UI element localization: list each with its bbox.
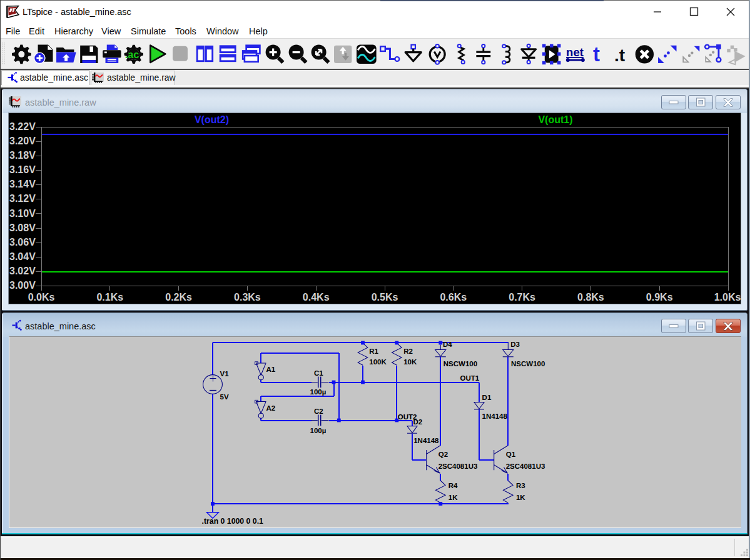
- svg-text:.t: .t: [614, 45, 626, 65]
- svg-text:3.18V: 3.18V: [9, 150, 36, 161]
- svg-text:Q1: Q1: [506, 451, 516, 458]
- svg-text:2SC4081U3: 2SC4081U3: [438, 462, 478, 470]
- svg-text:0.1Ks: 0.1Ks: [96, 292, 123, 302]
- svg-text:1K: 1K: [516, 494, 525, 501]
- svg-text:V1: V1: [220, 370, 230, 378]
- svg-text:3.16V: 3.16V: [9, 164, 36, 175]
- svg-text:D4: D4: [443, 341, 452, 348]
- svg-text:R1: R1: [369, 348, 378, 355]
- svg-text:A2: A2: [266, 404, 276, 412]
- svg-text:NSCW100: NSCW100: [511, 360, 545, 368]
- svg-text:R2: R2: [403, 348, 413, 355]
- svg-text:OUT2: OUT2: [398, 413, 417, 421]
- svg-text:A1: A1: [266, 366, 276, 373]
- svg-text:100µ: 100µ: [310, 427, 327, 434]
- svg-text:3.12V: 3.12V: [9, 193, 36, 204]
- svg-text:3.00V: 3.00V: [9, 280, 36, 291]
- svg-text:D1: D1: [482, 394, 492, 401]
- svg-text:3.22V: 3.22V: [9, 121, 36, 132]
- svg-text:t: t: [593, 42, 600, 66]
- svg-text:V(out2): V(out2): [195, 114, 229, 125]
- svg-text:5V: 5V: [220, 393, 229, 401]
- svg-text:10K: 10K: [403, 358, 417, 366]
- svg-text:0.3Ks: 0.3Ks: [234, 292, 261, 302]
- svg-text:R4: R4: [448, 482, 458, 489]
- svg-text:3.02V: 3.02V: [9, 266, 36, 276]
- svg-text:1N4148: 1N4148: [413, 437, 439, 444]
- svg-text:0.0Ks: 0.0Ks: [28, 292, 55, 302]
- svg-text:0.9Ks: 0.9Ks: [646, 292, 673, 302]
- svg-text:1N4148: 1N4148: [482, 412, 508, 420]
- svg-text:100K: 100K: [369, 358, 387, 366]
- svg-text:3.14V: 3.14V: [9, 179, 36, 189]
- svg-text:0.7Ks: 0.7Ks: [509, 292, 535, 302]
- svg-text:3.20V: 3.20V: [9, 136, 36, 146]
- svg-text:V(out1): V(out1): [538, 114, 572, 125]
- svg-text:3.04V: 3.04V: [9, 251, 36, 262]
- svg-text:net: net: [566, 46, 584, 59]
- svg-text:OUT1: OUT1: [460, 374, 480, 382]
- svg-text:3.06V: 3.06V: [9, 237, 36, 248]
- svg-text:1.0Ks: 1.0Ks: [714, 292, 741, 302]
- svg-text:0.2Ks: 0.2Ks: [165, 292, 192, 302]
- svg-text:C2: C2: [314, 408, 323, 415]
- svg-text:1K: 1K: [448, 494, 458, 501]
- svg-text:Q2: Q2: [438, 451, 448, 458]
- svg-text:C1: C1: [314, 369, 323, 377]
- svg-text:NSCW100: NSCW100: [443, 360, 477, 368]
- svg-text:.ac: .ac: [125, 49, 139, 60]
- svg-text:3.10V: 3.10V: [9, 208, 36, 219]
- svg-text:D3: D3: [510, 341, 520, 348]
- svg-text:0.4Ks: 0.4Ks: [303, 292, 330, 302]
- svg-text:3.08V: 3.08V: [9, 222, 36, 233]
- svg-text:0.8Ks: 0.8Ks: [577, 292, 604, 302]
- svg-text:.tran 0 1000 0 0.1: .tran 0 1000 0 0.1: [202, 517, 264, 526]
- svg-text:R3: R3: [516, 482, 525, 489]
- svg-text:0.6Ks: 0.6Ks: [440, 292, 467, 302]
- svg-text:2SC4081U3: 2SC4081U3: [506, 462, 545, 470]
- svg-text:100µ: 100µ: [310, 388, 327, 396]
- svg-text:0.5Ks: 0.5Ks: [372, 292, 398, 302]
